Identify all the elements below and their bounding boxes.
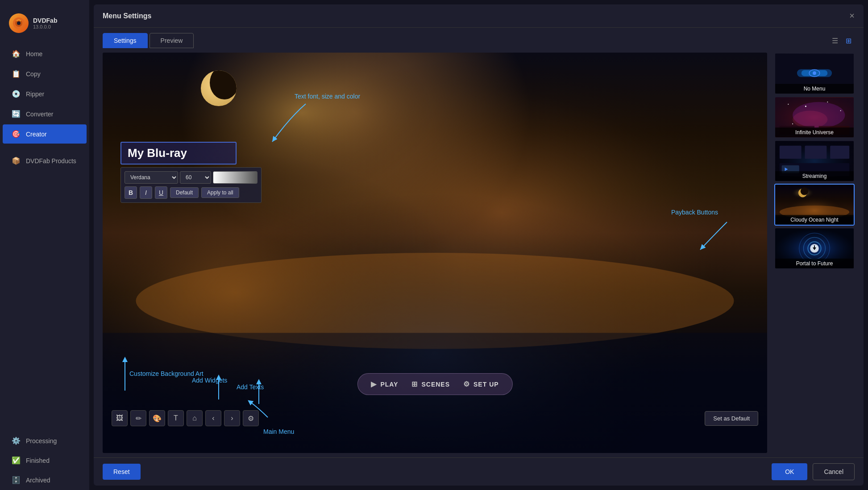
sidebar-item-label: Processing bbox=[26, 437, 57, 445]
theme-no-menu[interactable]: No Menu bbox=[774, 53, 855, 95]
sidebar-item-label: DVDFab Products bbox=[26, 157, 76, 165]
sidebar-item-creator[interactable]: 🎯 Creator bbox=[3, 124, 87, 144]
play-button[interactable]: ▶ PLAY bbox=[371, 380, 398, 388]
theme-label-streaming: Streaming bbox=[775, 171, 854, 181]
text-tool-button[interactable]: T bbox=[168, 410, 184, 426]
svg-point-37 bbox=[801, 187, 809, 195]
app-name: DVDFab bbox=[33, 17, 57, 24]
font-family-select[interactable]: Verdana bbox=[125, 171, 178, 184]
edit-tool-button[interactable]: ✏ bbox=[130, 410, 146, 426]
apply-all-button[interactable]: Apply to all bbox=[201, 187, 239, 198]
annotation-add-texts: Add Texts bbox=[237, 383, 264, 391]
ok-button[interactable]: OK bbox=[772, 463, 807, 480]
modal-tabs: Settings Preview ☰ ⊞ bbox=[94, 28, 864, 48]
view-toggle: ☰ ⊞ bbox=[829, 34, 855, 47]
title-text-input[interactable] bbox=[120, 142, 237, 165]
theme-portal-to-future[interactable]: Portal to Future bbox=[774, 227, 855, 269]
creator-icon: 🎯 bbox=[12, 130, 21, 138]
play-label: PLAY bbox=[380, 381, 398, 388]
sidebar-item-archived[interactable]: 🗄️ Archived bbox=[3, 470, 87, 490]
modal-footer: Reset OK Cancel bbox=[94, 457, 864, 486]
settings-tool-button[interactable]: ⚙ bbox=[243, 410, 259, 426]
svg-point-18 bbox=[788, 104, 789, 105]
tab-preview[interactable]: Preview bbox=[150, 33, 194, 48]
moon-decoration bbox=[201, 70, 237, 106]
dvdfab-products-icon: 📦 bbox=[12, 156, 21, 165]
theme-streaming[interactable]: Streaming bbox=[774, 140, 855, 182]
setup-icon: ⚙ bbox=[463, 380, 470, 388]
font-row-selects: Verdana 60 bbox=[125, 171, 257, 184]
menu-settings-modal: Menu Settings × Settings Preview ☰ ⊞ bbox=[94, 4, 864, 486]
background-tool-button[interactable]: 🖼 bbox=[112, 410, 128, 426]
sidebar-item-converter[interactable]: 🔄 Converter bbox=[3, 104, 87, 124]
sidebar-item-processing[interactable]: ⚙️ Processing bbox=[3, 431, 87, 450]
home-tool-button[interactable]: ⌂ bbox=[187, 410, 203, 426]
scenes-button[interactable]: ⊞ SCENES bbox=[411, 380, 450, 388]
sidebar-item-ripper[interactable]: 💿 Ripper bbox=[3, 84, 87, 103]
modal-body: Text font, size and color bbox=[94, 48, 864, 457]
bottom-toolbar: 🖼 ✏ 🎨 T ⌂ ‹ › ⚙ Set as Default bbox=[103, 410, 767, 426]
font-size-select[interactable]: 60 bbox=[180, 171, 211, 184]
reset-button[interactable]: Reset bbox=[103, 464, 141, 480]
svg-rect-48 bbox=[814, 245, 815, 247]
italic-button[interactable]: I bbox=[140, 186, 152, 199]
theme-label-cloudy-ocean-night: Cloudy Ocean Night bbox=[775, 215, 854, 225]
sidebar-item-copy[interactable]: 📋 Copy bbox=[3, 64, 87, 83]
cancel-button[interactable]: Cancel bbox=[813, 463, 855, 480]
color-picker[interactable] bbox=[213, 171, 257, 184]
scenes-label: SCENES bbox=[421, 381, 450, 388]
finished-icon: ✅ bbox=[12, 456, 21, 465]
play-icon: ▶ bbox=[371, 380, 377, 388]
footer-right-buttons: OK Cancel bbox=[772, 463, 855, 480]
default-button[interactable]: Default bbox=[170, 187, 199, 198]
svg-point-17 bbox=[793, 111, 827, 128]
svg-point-20 bbox=[827, 102, 828, 103]
modal-close-button[interactable]: × bbox=[849, 11, 855, 21]
app-logo: DVDFab 13.0.0.0 bbox=[0, 9, 89, 44]
set-default-button[interactable]: Set as Default bbox=[705, 411, 758, 426]
processing-icon: ⚙️ bbox=[12, 436, 21, 445]
svg-point-22 bbox=[792, 124, 793, 124]
grid-view-button[interactable]: ⊞ bbox=[842, 34, 855, 47]
svg-point-2 bbox=[17, 21, 21, 25]
svg-point-21 bbox=[840, 110, 841, 111]
annotation-customize-bg: Customize Background Art bbox=[129, 370, 204, 377]
next-tool-button[interactable]: › bbox=[224, 410, 240, 426]
sidebar-item-dvdfab-products[interactable]: 📦 DVDFab Products bbox=[3, 151, 87, 170]
modal-header: Menu Settings × bbox=[94, 4, 864, 28]
home-icon: 🏠 bbox=[12, 49, 21, 58]
setup-button[interactable]: ⚙ SET UP bbox=[463, 380, 499, 388]
title-editor: Verdana 60 B I U Default App bbox=[120, 142, 262, 203]
copy-icon: 📋 bbox=[12, 70, 21, 78]
theme-label-no-menu: No Menu bbox=[775, 84, 854, 94]
sidebar-item-label: Home bbox=[26, 50, 42, 58]
main-content: Menu Settings × Settings Preview ☰ ⊞ bbox=[89, 0, 868, 490]
sidebar-item-home[interactable]: 🏠 Home bbox=[3, 44, 87, 63]
sidebar-item-label: Copy bbox=[26, 70, 41, 78]
annotation-main-menu: Main Menu bbox=[263, 428, 294, 435]
font-format-row: B I U Default Apply to all bbox=[125, 186, 257, 199]
scenes-icon: ⊞ bbox=[411, 380, 418, 388]
list-view-button[interactable]: ☰ bbox=[829, 34, 841, 47]
theme-label-portal-to-future: Portal to Future bbox=[775, 259, 854, 268]
bold-button[interactable]: B bbox=[125, 186, 137, 199]
svg-point-13 bbox=[813, 71, 816, 75]
prev-tool-button[interactable]: ‹ bbox=[205, 410, 221, 426]
sidebar-item-label: Ripper bbox=[26, 91, 44, 98]
svg-rect-29 bbox=[830, 146, 849, 159]
sidebar-item-label: Archived bbox=[26, 477, 50, 484]
preview-canvas: Text font, size and color bbox=[103, 53, 767, 453]
sidebar-item-label: Creator bbox=[26, 131, 47, 138]
svg-point-19 bbox=[805, 106, 806, 107]
font-controls: Verdana 60 B I U Default App bbox=[120, 167, 262, 203]
underline-button[interactable]: U bbox=[155, 186, 167, 199]
annotation-payback: Payback Buttons bbox=[671, 209, 718, 216]
widget-tool-button[interactable]: 🎨 bbox=[149, 410, 165, 426]
sidebar-item-finished[interactable]: ✅ Finished bbox=[3, 451, 87, 470]
ripper-icon: 💿 bbox=[12, 90, 21, 98]
tab-settings[interactable]: Settings bbox=[103, 33, 148, 48]
modal-title: Menu Settings bbox=[103, 12, 151, 20]
theme-panel: No Menu bbox=[774, 53, 855, 453]
theme-infinite-universe[interactable]: Infinite Universe bbox=[774, 96, 855, 138]
theme-cloudy-ocean-night[interactable]: Cloudy Ocean Night bbox=[774, 184, 855, 226]
